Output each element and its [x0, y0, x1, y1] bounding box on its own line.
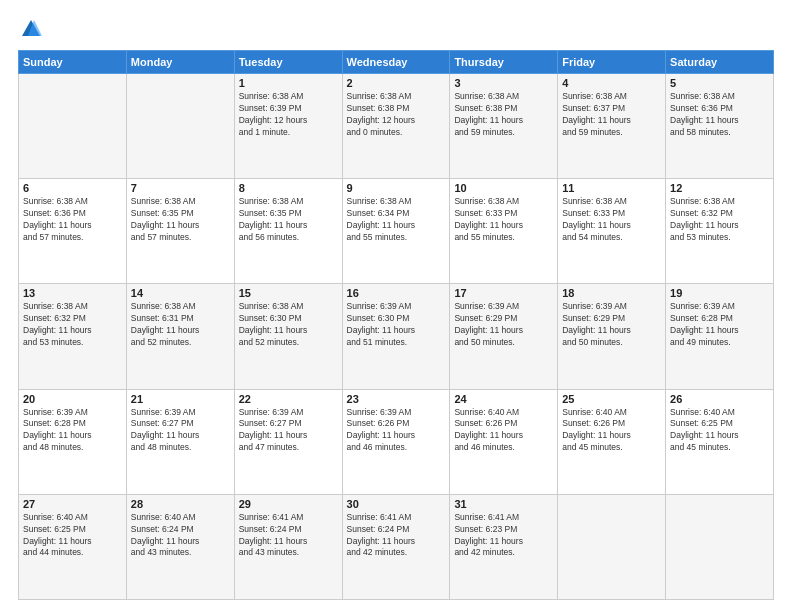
day-number: 27: [23, 498, 122, 510]
header-day-sunday: Sunday: [19, 51, 127, 74]
week-row-3: 20Sunrise: 6:39 AM Sunset: 6:28 PM Dayli…: [19, 389, 774, 494]
day-info: Sunrise: 6:38 AM Sunset: 6:34 PM Dayligh…: [347, 196, 446, 244]
day-cell: 29Sunrise: 6:41 AM Sunset: 6:24 PM Dayli…: [234, 494, 342, 599]
day-info: Sunrise: 6:38 AM Sunset: 6:36 PM Dayligh…: [670, 91, 769, 139]
day-number: 4: [562, 77, 661, 89]
day-number: 24: [454, 393, 553, 405]
day-number: 21: [131, 393, 230, 405]
day-info: Sunrise: 6:38 AM Sunset: 6:38 PM Dayligh…: [454, 91, 553, 139]
day-info: Sunrise: 6:38 AM Sunset: 6:30 PM Dayligh…: [239, 301, 338, 349]
day-cell: 8Sunrise: 6:38 AM Sunset: 6:35 PM Daylig…: [234, 179, 342, 284]
day-cell: 12Sunrise: 6:38 AM Sunset: 6:32 PM Dayli…: [666, 179, 774, 284]
day-cell: [126, 74, 234, 179]
day-info: Sunrise: 6:40 AM Sunset: 6:26 PM Dayligh…: [562, 407, 661, 455]
day-cell: 27Sunrise: 6:40 AM Sunset: 6:25 PM Dayli…: [19, 494, 127, 599]
day-number: 11: [562, 182, 661, 194]
day-info: Sunrise: 6:38 AM Sunset: 6:36 PM Dayligh…: [23, 196, 122, 244]
day-number: 17: [454, 287, 553, 299]
day-cell: 14Sunrise: 6:38 AM Sunset: 6:31 PM Dayli…: [126, 284, 234, 389]
day-info: Sunrise: 6:39 AM Sunset: 6:27 PM Dayligh…: [239, 407, 338, 455]
day-number: 6: [23, 182, 122, 194]
day-number: 12: [670, 182, 769, 194]
day-number: 16: [347, 287, 446, 299]
header-day-thursday: Thursday: [450, 51, 558, 74]
day-number: 19: [670, 287, 769, 299]
header-day-friday: Friday: [558, 51, 666, 74]
day-info: Sunrise: 6:40 AM Sunset: 6:24 PM Dayligh…: [131, 512, 230, 560]
day-cell: 13Sunrise: 6:38 AM Sunset: 6:32 PM Dayli…: [19, 284, 127, 389]
day-cell: 6Sunrise: 6:38 AM Sunset: 6:36 PM Daylig…: [19, 179, 127, 284]
day-cell: 5Sunrise: 6:38 AM Sunset: 6:36 PM Daylig…: [666, 74, 774, 179]
day-number: 28: [131, 498, 230, 510]
day-cell: 17Sunrise: 6:39 AM Sunset: 6:29 PM Dayli…: [450, 284, 558, 389]
day-number: 14: [131, 287, 230, 299]
day-cell: 4Sunrise: 6:38 AM Sunset: 6:37 PM Daylig…: [558, 74, 666, 179]
header-day-monday: Monday: [126, 51, 234, 74]
day-cell: 18Sunrise: 6:39 AM Sunset: 6:29 PM Dayli…: [558, 284, 666, 389]
day-number: 23: [347, 393, 446, 405]
day-info: Sunrise: 6:39 AM Sunset: 6:29 PM Dayligh…: [562, 301, 661, 349]
day-cell: 22Sunrise: 6:39 AM Sunset: 6:27 PM Dayli…: [234, 389, 342, 494]
day-cell: 16Sunrise: 6:39 AM Sunset: 6:30 PM Dayli…: [342, 284, 450, 389]
day-info: Sunrise: 6:38 AM Sunset: 6:35 PM Dayligh…: [239, 196, 338, 244]
day-number: 25: [562, 393, 661, 405]
day-number: 10: [454, 182, 553, 194]
day-info: Sunrise: 6:39 AM Sunset: 6:30 PM Dayligh…: [347, 301, 446, 349]
day-cell: 30Sunrise: 6:41 AM Sunset: 6:24 PM Dayli…: [342, 494, 450, 599]
day-cell: [19, 74, 127, 179]
day-info: Sunrise: 6:38 AM Sunset: 6:37 PM Dayligh…: [562, 91, 661, 139]
day-cell: 24Sunrise: 6:40 AM Sunset: 6:26 PM Dayli…: [450, 389, 558, 494]
header-day-wednesday: Wednesday: [342, 51, 450, 74]
day-cell: 3Sunrise: 6:38 AM Sunset: 6:38 PM Daylig…: [450, 74, 558, 179]
header: [18, 18, 774, 40]
header-day-tuesday: Tuesday: [234, 51, 342, 74]
day-info: Sunrise: 6:38 AM Sunset: 6:39 PM Dayligh…: [239, 91, 338, 139]
day-cell: 28Sunrise: 6:40 AM Sunset: 6:24 PM Dayli…: [126, 494, 234, 599]
week-row-0: 1Sunrise: 6:38 AM Sunset: 6:39 PM Daylig…: [19, 74, 774, 179]
day-cell: [666, 494, 774, 599]
day-number: 1: [239, 77, 338, 89]
calendar-body: 1Sunrise: 6:38 AM Sunset: 6:39 PM Daylig…: [19, 74, 774, 600]
day-number: 2: [347, 77, 446, 89]
week-row-1: 6Sunrise: 6:38 AM Sunset: 6:36 PM Daylig…: [19, 179, 774, 284]
day-cell: 25Sunrise: 6:40 AM Sunset: 6:26 PM Dayli…: [558, 389, 666, 494]
day-cell: 9Sunrise: 6:38 AM Sunset: 6:34 PM Daylig…: [342, 179, 450, 284]
day-number: 7: [131, 182, 230, 194]
day-info: Sunrise: 6:39 AM Sunset: 6:27 PM Dayligh…: [131, 407, 230, 455]
day-number: 22: [239, 393, 338, 405]
calendar: SundayMondayTuesdayWednesdayThursdayFrid…: [18, 50, 774, 600]
header-day-saturday: Saturday: [666, 51, 774, 74]
day-info: Sunrise: 6:39 AM Sunset: 6:29 PM Dayligh…: [454, 301, 553, 349]
logo: [18, 18, 42, 40]
day-cell: 23Sunrise: 6:39 AM Sunset: 6:26 PM Dayli…: [342, 389, 450, 494]
day-cell: 20Sunrise: 6:39 AM Sunset: 6:28 PM Dayli…: [19, 389, 127, 494]
day-cell: 21Sunrise: 6:39 AM Sunset: 6:27 PM Dayli…: [126, 389, 234, 494]
day-info: Sunrise: 6:40 AM Sunset: 6:26 PM Dayligh…: [454, 407, 553, 455]
day-number: 20: [23, 393, 122, 405]
logo-icon: [20, 18, 42, 40]
day-cell: 7Sunrise: 6:38 AM Sunset: 6:35 PM Daylig…: [126, 179, 234, 284]
page: SundayMondayTuesdayWednesdayThursdayFrid…: [0, 0, 792, 612]
header-row: SundayMondayTuesdayWednesdayThursdayFrid…: [19, 51, 774, 74]
day-info: Sunrise: 6:40 AM Sunset: 6:25 PM Dayligh…: [23, 512, 122, 560]
day-number: 18: [562, 287, 661, 299]
day-info: Sunrise: 6:38 AM Sunset: 6:38 PM Dayligh…: [347, 91, 446, 139]
day-cell: 15Sunrise: 6:38 AM Sunset: 6:30 PM Dayli…: [234, 284, 342, 389]
day-cell: 31Sunrise: 6:41 AM Sunset: 6:23 PM Dayli…: [450, 494, 558, 599]
day-number: 13: [23, 287, 122, 299]
day-number: 9: [347, 182, 446, 194]
day-cell: 26Sunrise: 6:40 AM Sunset: 6:25 PM Dayli…: [666, 389, 774, 494]
day-cell: 1Sunrise: 6:38 AM Sunset: 6:39 PM Daylig…: [234, 74, 342, 179]
week-row-2: 13Sunrise: 6:38 AM Sunset: 6:32 PM Dayli…: [19, 284, 774, 389]
day-info: Sunrise: 6:38 AM Sunset: 6:35 PM Dayligh…: [131, 196, 230, 244]
calendar-header: SundayMondayTuesdayWednesdayThursdayFrid…: [19, 51, 774, 74]
day-info: Sunrise: 6:38 AM Sunset: 6:33 PM Dayligh…: [454, 196, 553, 244]
day-info: Sunrise: 6:39 AM Sunset: 6:28 PM Dayligh…: [670, 301, 769, 349]
day-number: 26: [670, 393, 769, 405]
day-number: 3: [454, 77, 553, 89]
day-cell: 2Sunrise: 6:38 AM Sunset: 6:38 PM Daylig…: [342, 74, 450, 179]
day-info: Sunrise: 6:39 AM Sunset: 6:26 PM Dayligh…: [347, 407, 446, 455]
day-info: Sunrise: 6:38 AM Sunset: 6:31 PM Dayligh…: [131, 301, 230, 349]
day-cell: 10Sunrise: 6:38 AM Sunset: 6:33 PM Dayli…: [450, 179, 558, 284]
day-cell: 11Sunrise: 6:38 AM Sunset: 6:33 PM Dayli…: [558, 179, 666, 284]
